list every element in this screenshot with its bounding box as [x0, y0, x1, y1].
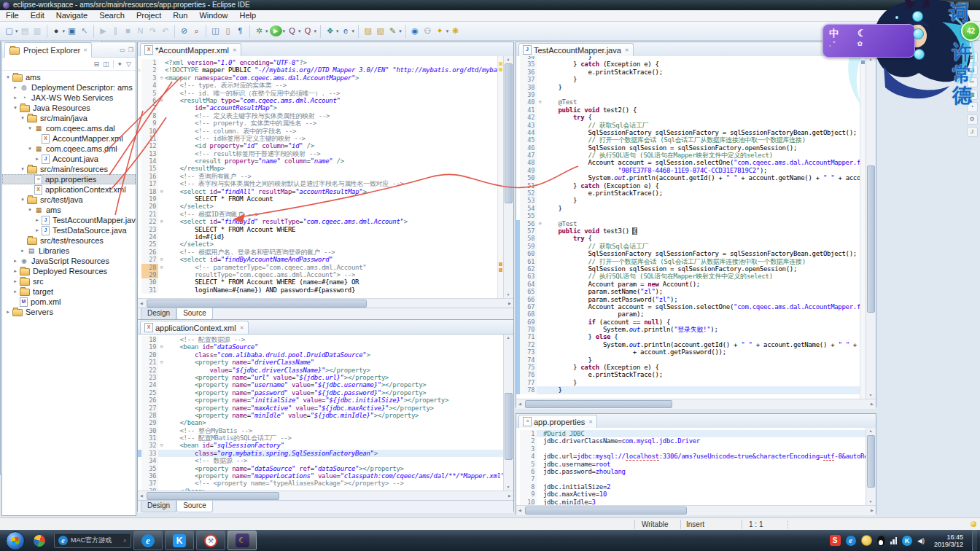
code-line[interactable]: 3⊖<mapper namespace="com.cqeec.ams.dal.A… [138, 74, 513, 82]
code-line[interactable]: 28⊖ <!-- parameterType="com.cqeec.ams.dm… [138, 264, 513, 271]
new-wizard-button[interactable]: ❖ [324, 25, 336, 37]
code-line[interactable]: 47 // 执行SQL语句 (SQL语句在Mapper映射文件中定义的selec… [516, 152, 876, 159]
tab-testaccountmapper-java[interactable]: J TestAccountMapper.java ✕ [518, 43, 634, 56]
code-line[interactable]: 37 <!-- <property name="typeAliasesPacka… [138, 480, 513, 487]
close-icon[interactable]: ✕ [240, 325, 244, 331]
code-line[interactable]: 34 <!-- 数据源 --> [138, 457, 513, 464]
show-desktop-button[interactable] [972, 530, 977, 551]
tree-item-src-main-resources[interactable]: ▾src/main/resources [2, 164, 136, 174]
dropdown-icon[interactable]: ▾ [298, 28, 301, 34]
code-line[interactable]: 20 </select> [138, 203, 513, 210]
code-line[interactable]: 1#Durid JDBC [516, 430, 876, 437]
search-button[interactable]: ⌕ [190, 25, 203, 37]
close-icon[interactable]: ✕ [625, 47, 629, 53]
tree-item-com-cqeec-ams-dal[interactable]: ▾▦com.cqeec.ams.dal [2, 123, 136, 133]
network-signal-icon[interactable] [890, 536, 898, 544]
show-whitespace-button[interactable]: ¶ [234, 25, 246, 37]
step-return-button[interactable]: ↶ [159, 25, 171, 37]
maximize-view-icon[interactable]: ❐ [128, 47, 133, 53]
ant-view-icon[interactable]: ⚙ [967, 114, 978, 125]
dropdown-icon[interactable]: ▾ [265, 28, 268, 34]
ime-language-indicator[interactable]: 中 [829, 28, 839, 39]
web-browser-button[interactable]: e [340, 25, 352, 37]
horizontal-scrollbar[interactable]: ◀▶ [516, 399, 876, 409]
code-line[interactable]: 21 <!-- 根据ID查询账户 --> [138, 211, 513, 218]
window-titlebar[interactable]: eclipse-workspace - ams/src/main/resourc… [0, 0, 980, 10]
resume-button[interactable]: ▶ [97, 25, 109, 37]
tree-item-pom-xml[interactable]: Mpom.xml [2, 297, 136, 307]
code-line[interactable]: 11 <!-- id标签用于定义主键的映射 --> [138, 135, 513, 142]
tree-item-src[interactable]: ▸src [2, 276, 136, 286]
code-line[interactable]: 39 [516, 91, 876, 98]
fold-collapse-icon[interactable]: ⊖ [158, 343, 165, 351]
code-line[interactable]: 58 try { [516, 235, 876, 242]
view-menu-icon[interactable]: ▽ [126, 60, 131, 68]
code-line[interactable]: 21⊖ <property name="driverClassName" [138, 359, 513, 366]
dropdown-icon[interactable]: ▾ [63, 28, 66, 34]
coin-tray-icon[interactable] [861, 535, 872, 546]
code-line[interactable]: 23 <property name="url" value="${jdbc.ur… [138, 374, 513, 381]
code-line[interactable]: 53 } [516, 197, 876, 204]
vertical-scrollbar[interactable]: ▲▼ [866, 428, 876, 505]
vertical-scrollbar[interactable]: ▲▼ [503, 335, 513, 491]
code-line[interactable]: 19⊖ <bean id="dataSource" [138, 343, 513, 351]
code-area-applicationcontext[interactable]: 18 <!-- 配置数据源 -->19⊖ <bean id="dataSourc… [138, 335, 513, 492]
account-button[interactable]: ● [50, 25, 63, 37]
code-line[interactable]: 29 resultType="com.cqeec.ams.dml.Account… [138, 271, 513, 278]
code-line[interactable]: 2jdbc.driverClassName=com.mysql.jdbc.Dri… [516, 437, 876, 445]
coverage-button[interactable]: Q [286, 25, 298, 37]
code-line[interactable]: 33 class="org.mybatis.spring.SqlSessionF… [138, 450, 513, 457]
start-button[interactable] [6, 531, 25, 550]
code-line[interactable]: 29 </bean> [138, 419, 513, 426]
code-line[interactable]: 18⊖ <select id="findAll" resultMap="acco… [138, 188, 513, 195]
taskbar-app-eclipse[interactable]: ☾ [228, 531, 257, 550]
code-line[interactable]: 24 id=#{id} [138, 233, 513, 241]
code-line[interactable]: 51 } catch (Exception e) { [516, 182, 876, 189]
tray-clock[interactable]: 16:45 2019/3/12 [930, 534, 963, 548]
menu-help[interactable]: Help [234, 10, 262, 21]
link-editor-icon[interactable]: ◫ [103, 60, 109, 68]
show-annotations-button[interactable]: ▯ [222, 25, 234, 37]
tab-project-explorer[interactable]: Project Explorer ✕ [4, 42, 92, 58]
code-line[interactable]: 18 <!-- 配置数据源 --> [138, 336, 513, 343]
code-line[interactable]: 8 <!-- 定义表主键字段与实体类属性的映射 --> [138, 112, 513, 120]
tree-item-deployed-resources[interactable]: ▸Deployed Resources [2, 266, 136, 276]
tab-design[interactable]: Design [141, 308, 176, 320]
fold-collapse-icon[interactable]: ⊖ [537, 220, 543, 227]
menu-navigate[interactable]: Navigate [50, 10, 93, 21]
code-line[interactable]: 48 Account account = sqlSession.selectOn… [516, 159, 876, 166]
code-line[interactable]: 52 e.printStackTrace(); [516, 189, 876, 197]
lamp-icon[interactable] [971, 521, 976, 527]
world-button[interactable]: ◉ [409, 25, 421, 37]
code-line[interactable]: 19 SELECT * FROM Account [138, 195, 513, 203]
code-line[interactable]: 44 SqlSessionFactory sqlSessionFactory =… [516, 129, 876, 136]
code-line[interactable]: 35 <property name="dataSource" ref="data… [138, 465, 513, 472]
tree-item-servers[interactable]: ▸Servers [2, 307, 136, 317]
menu-edit[interactable]: Edit [25, 10, 50, 21]
tree-item-jax-ws-web-services[interactable]: ▸◔JAX-WS Web Services [2, 93, 136, 103]
code-line[interactable]: 30 <!-- 整合MyBatis --> [138, 427, 513, 434]
code-line[interactable]: 10 <!-- column. 表中的字段名 --> [138, 128, 513, 135]
horizontal-scrollbar[interactable]: ◀▶ [138, 298, 513, 308]
code-line[interactable]: 62 SqlSession sqlSession = sqlSessionFac… [516, 265, 876, 273]
dropdown-icon[interactable]: ▾ [314, 28, 317, 34]
fold-collapse-icon[interactable]: ⊖ [158, 74, 165, 82]
fold-collapse-icon[interactable]: ⊖ [158, 97, 165, 104]
code-line[interactable]: 27 <property name="maxActive" value="${j… [138, 405, 513, 412]
code-line[interactable]: 24 <property name="username" value="${jd… [138, 381, 513, 388]
vertical-scrollbar[interactable]: ▲▼ [866, 56, 876, 399]
code-line[interactable]: 26 <!-- 根据用户名. 登录名和密码查询登录的账户 --> [138, 249, 513, 256]
save-all-button[interactable]: ▥ [31, 25, 44, 37]
annotation-pointer-button[interactable]: ↖ [78, 25, 90, 37]
terminate-button[interactable]: ■ [122, 25, 134, 37]
tab-accountmapper-xml[interactable]: X *AccountMapper.xml ✕ [140, 43, 241, 56]
code-line[interactable]: 4jdbc.url=jdbc:mysql://localhost:3306/am… [516, 453, 876, 460]
vertical-scrollbar[interactable]: ▲▼ [503, 56, 513, 298]
collapse-all-icon[interactable]: ⊟ [93, 60, 99, 68]
code-line[interactable]: 7 id="accountResultMap"> [138, 104, 513, 112]
horizontal-scrollbar[interactable]: ◀▶ [138, 491, 513, 501]
flower-icon[interactable]: ✿ [858, 40, 863, 47]
code-line[interactable]: 36 <property name="mapperLocations" valu… [138, 472, 513, 480]
code-line[interactable]: 38 } [516, 84, 876, 91]
open-console-button[interactable]: ▣ [66, 25, 78, 37]
